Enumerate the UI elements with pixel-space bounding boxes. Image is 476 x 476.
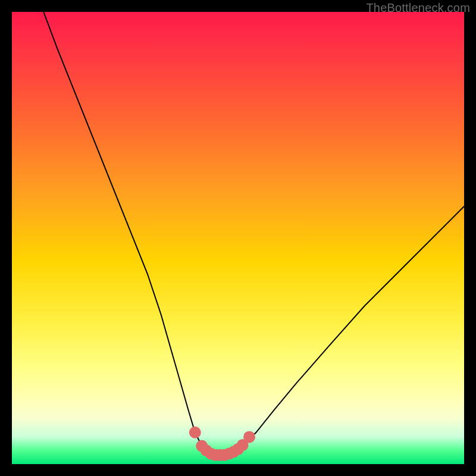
valley-marker-point (243, 431, 255, 443)
plot-area (12, 12, 464, 464)
valley-marker-point (189, 427, 201, 439)
chart-svg (12, 12, 464, 464)
chart-frame: TheBottleneck.com (0, 0, 476, 476)
watermark-text: TheBottleneck.com (366, 1, 470, 15)
bottleneck-curve-path (43, 12, 464, 455)
